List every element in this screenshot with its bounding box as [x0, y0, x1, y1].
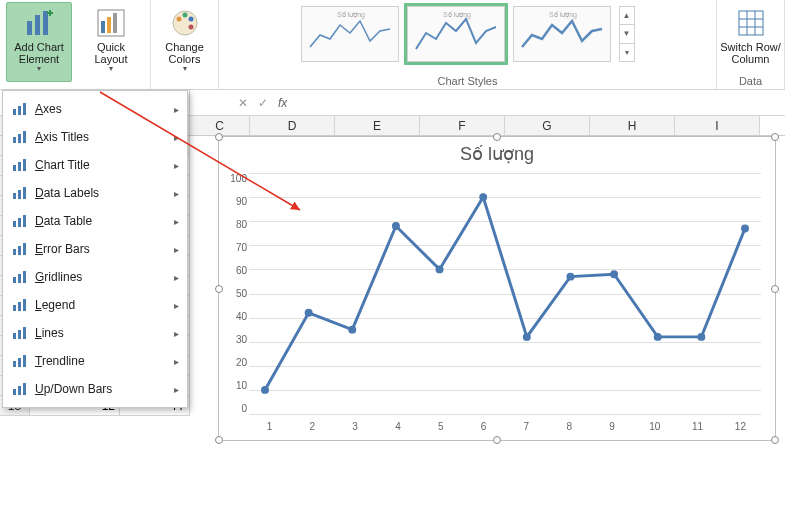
- change-colors-button[interactable]: Change Colors ▾: [152, 2, 218, 82]
- legend-icon: [11, 297, 27, 313]
- chart-plot-area[interactable]: 1009080706050403020100 123456789101112: [249, 173, 761, 414]
- menu-item-chart-title[interactable]: Chart Title▸: [3, 151, 187, 179]
- menu-item-label: Trendline: [35, 354, 166, 368]
- svg-rect-1: [35, 15, 40, 35]
- svg-rect-64: [13, 389, 16, 395]
- menu-item-label: Error Bars: [35, 242, 166, 256]
- x-tick-label: 10: [634, 421, 675, 432]
- column-header-i[interactable]: I: [675, 116, 760, 135]
- svg-rect-49: [13, 249, 16, 255]
- svg-rect-51: [23, 243, 26, 255]
- submenu-arrow-icon: ▸: [174, 216, 179, 227]
- svg-point-27: [479, 193, 487, 201]
- svg-rect-62: [18, 358, 21, 367]
- enter-formula-button[interactable]: ✓: [258, 96, 268, 110]
- x-tick-label: 4: [377, 421, 418, 432]
- submenu-arrow-icon: ▸: [174, 272, 179, 283]
- x-tick-label: 8: [549, 421, 590, 432]
- menu-item-axes[interactable]: Axes▸: [3, 95, 187, 123]
- menu-item-label: Data Table: [35, 214, 166, 228]
- menu-item-lines[interactable]: Lines▸: [3, 319, 187, 347]
- more-icon[interactable]: ▾: [620, 44, 634, 61]
- submenu-arrow-icon: ▸: [174, 244, 179, 255]
- menu-item-label: Lines: [35, 326, 166, 340]
- svg-rect-17: [739, 11, 763, 35]
- column-header-h[interactable]: H: [590, 116, 675, 135]
- svg-rect-61: [13, 361, 16, 367]
- menu-item-up-down-bars[interactable]: Up/Down Bars▸: [3, 375, 187, 403]
- resize-handle-w[interactable]: [215, 285, 223, 293]
- menu-item-axis-titles[interactable]: Axis Titles▸: [3, 123, 187, 151]
- x-tick-label: 9: [592, 421, 633, 432]
- resize-handle-sw[interactable]: [215, 436, 223, 444]
- menu-item-label: Legend: [35, 298, 166, 312]
- resize-handle-e[interactable]: [771, 285, 779, 293]
- svg-text:Số lượng: Số lượng: [443, 11, 471, 19]
- x-axis: 123456789101112: [249, 421, 761, 432]
- ribbon-group-data: Switch Row/ Column Data: [717, 0, 785, 89]
- chart-style-3[interactable]: Số lượng: [513, 6, 611, 62]
- svg-rect-52: [13, 277, 16, 283]
- svg-rect-0: [27, 21, 32, 35]
- switch-row-column-label: Switch Row/ Column: [717, 41, 785, 65]
- menu-item-data-labels[interactable]: Data Labels▸: [3, 179, 187, 207]
- svg-rect-36: [23, 103, 26, 115]
- chevron-down-icon: ▾: [37, 65, 41, 74]
- submenu-arrow-icon: ▸: [174, 300, 179, 311]
- column-header-g[interactable]: G: [505, 116, 590, 135]
- chart-style-2[interactable]: Số lượng: [407, 6, 505, 62]
- svg-rect-40: [13, 165, 16, 171]
- resize-handle-s[interactable]: [493, 436, 501, 444]
- switch-row-column-button[interactable]: Switch Row/ Column: [714, 2, 786, 75]
- svg-rect-50: [18, 246, 21, 255]
- svg-rect-2: [43, 11, 48, 35]
- axistitles-icon: [11, 129, 27, 145]
- column-header-f[interactable]: F: [420, 116, 505, 135]
- x-tick-label: 1: [249, 421, 290, 432]
- add-chart-element-button[interactable]: Add Chart Element ▾: [6, 2, 72, 82]
- insert-function-button[interactable]: fx: [278, 96, 287, 110]
- chevron-down-icon: ▾: [109, 65, 113, 74]
- svg-rect-48: [23, 215, 26, 227]
- y-axis: 1009080706050403020100: [223, 173, 247, 414]
- column-header-d[interactable]: D: [250, 116, 335, 135]
- chart-style-1[interactable]: Số lượng: [301, 6, 399, 62]
- svg-point-13: [188, 25, 193, 30]
- menu-item-label: Data Labels: [35, 186, 166, 200]
- menu-item-label: Gridlines: [35, 270, 166, 284]
- svg-point-12: [188, 17, 193, 22]
- ribbon-group-chart-styles: Số lượng Số lượng Số lượng ▲ ▼ ▾ Chart S…: [219, 0, 717, 89]
- resize-handle-n[interactable]: [493, 133, 501, 141]
- svg-point-23: [305, 309, 313, 317]
- svg-rect-56: [18, 302, 21, 311]
- datalabels-icon: [11, 185, 27, 201]
- menu-item-legend[interactable]: Legend▸: [3, 291, 187, 319]
- chart-style-more[interactable]: ▲ ▼ ▾: [619, 6, 635, 62]
- menu-item-gridlines[interactable]: Gridlines▸: [3, 263, 187, 291]
- svg-rect-44: [18, 190, 21, 199]
- quick-layout-button[interactable]: Quick Layout ▾: [78, 2, 144, 82]
- svg-point-24: [348, 326, 356, 334]
- submenu-arrow-icon: ▸: [174, 132, 179, 143]
- embedded-chart[interactable]: Số lượng 1009080706050403020100 12345678…: [218, 136, 776, 441]
- svg-rect-41: [18, 162, 21, 171]
- y-tick-label: 60: [223, 265, 247, 276]
- scroll-down-icon[interactable]: ▼: [620, 25, 634, 43]
- x-tick-label: 5: [420, 421, 461, 432]
- resize-handle-nw[interactable]: [215, 133, 223, 141]
- data-group-label: Data: [739, 75, 762, 89]
- gridlines-icon: [11, 269, 27, 285]
- chart-title[interactable]: Số lượng: [219, 137, 775, 165]
- menu-item-error-bars[interactable]: Error Bars▸: [3, 235, 187, 263]
- svg-rect-59: [18, 330, 21, 339]
- y-tick-label: 100: [223, 173, 247, 184]
- cancel-formula-button[interactable]: ✕: [238, 96, 248, 110]
- menu-item-data-table[interactable]: Data Table▸: [3, 207, 187, 235]
- svg-rect-53: [18, 274, 21, 283]
- resize-handle-ne[interactable]: [771, 133, 779, 141]
- column-header-e[interactable]: E: [335, 116, 420, 135]
- y-tick-label: 40: [223, 311, 247, 322]
- scroll-up-icon[interactable]: ▲: [620, 7, 634, 25]
- resize-handle-se[interactable]: [771, 436, 779, 444]
- menu-item-trendline[interactable]: Trendline▸: [3, 347, 187, 375]
